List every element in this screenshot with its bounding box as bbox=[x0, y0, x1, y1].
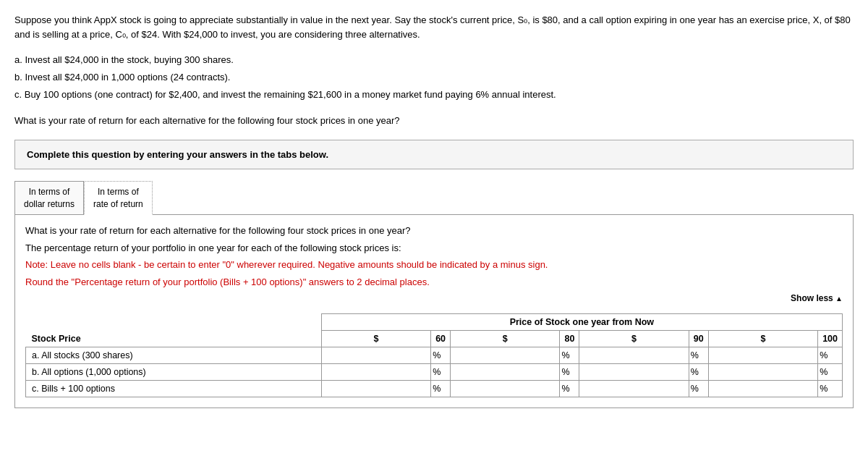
intro-paragraph: Suppose you think AppX stock is going to… bbox=[14, 13, 854, 42]
row-1-pct-60: % bbox=[431, 364, 451, 381]
show-less-text: Show less bbox=[791, 293, 833, 303]
row-1-input-100[interactable] bbox=[708, 364, 817, 381]
content-area: What is your rate of return for each alt… bbox=[14, 215, 854, 408]
alternative-a: a. Invest all $24,000 in the stock, buyi… bbox=[14, 52, 854, 68]
tab2-line1: In terms of bbox=[98, 187, 139, 197]
show-less-link[interactable]: Show less ▲ bbox=[791, 293, 843, 303]
row-0-input-90[interactable] bbox=[579, 347, 689, 364]
complete-box: Complete this question by entering your … bbox=[14, 140, 854, 169]
tab-dollar-returns[interactable]: In terms of dollar returns bbox=[14, 181, 84, 215]
row-0-input-100[interactable] bbox=[708, 347, 817, 364]
row-2-input-80-field[interactable] bbox=[485, 384, 525, 394]
row-0-input-60-field[interactable] bbox=[356, 350, 396, 360]
row-1-label: b. All options (1,000 options) bbox=[26, 364, 322, 381]
row-2-input-100-field[interactable] bbox=[743, 384, 783, 394]
row-0-pct-90: % bbox=[689, 347, 708, 364]
content-round: Round the "Percentage return of your por… bbox=[25, 275, 843, 290]
price-90: 90 bbox=[689, 331, 708, 347]
content-line2: The percentage return of your portfolio … bbox=[25, 241, 843, 256]
show-less-arrow-icon: ▲ bbox=[835, 295, 843, 303]
row-2-label: c. Bills + 100 options bbox=[26, 381, 322, 397]
table-row: b. All options (1,000 options) % % % % bbox=[26, 364, 843, 381]
row-0-input-80-field[interactable] bbox=[485, 350, 525, 360]
table-row: c. Bills + 100 options % % % % bbox=[26, 381, 843, 397]
row-0-pct-60: % bbox=[431, 347, 451, 364]
row-2-pct-60: % bbox=[431, 381, 451, 397]
price-100: 100 bbox=[818, 331, 843, 347]
tab-rate-of-return[interactable]: In terms of rate of return bbox=[84, 181, 153, 216]
show-less-container: Show less ▲ bbox=[25, 293, 843, 303]
row-2-pct-80: % bbox=[560, 381, 579, 397]
currency-100: $ bbox=[708, 331, 817, 347]
row-1-input-90[interactable] bbox=[579, 364, 689, 381]
alternative-c: c. Buy 100 options (one contract) for $2… bbox=[14, 87, 854, 103]
row-2-input-90[interactable] bbox=[579, 381, 689, 397]
row-1-input-100-field[interactable] bbox=[743, 367, 783, 377]
alternatives-section: a. Invest all $24,000 in the stock, buyi… bbox=[14, 52, 854, 103]
row-0-input-60[interactable] bbox=[321, 347, 430, 364]
currency-90: $ bbox=[579, 331, 689, 347]
row-0-pct-80: % bbox=[560, 347, 579, 364]
row-0-pct-100: % bbox=[818, 347, 843, 364]
stock-price-label-header: Stock Price bbox=[26, 331, 322, 347]
row-0-label: a. All stocks (300 shares) bbox=[26, 347, 322, 364]
content-note: Note: Leave no cells blank - be certain … bbox=[25, 258, 843, 272]
table-row: a. All stocks (300 shares) % % % % bbox=[26, 347, 843, 364]
price-header: Price of Stock one year from Now bbox=[321, 314, 842, 331]
row-1-input-80[interactable] bbox=[451, 364, 560, 381]
tab1-line1: In terms of bbox=[29, 187, 70, 197]
tab2-line2: rate of return bbox=[93, 199, 143, 209]
row-1-input-80-field[interactable] bbox=[485, 367, 525, 377]
row-1-pct-90: % bbox=[689, 364, 708, 381]
currency-80: $ bbox=[451, 331, 560, 347]
row-2-pct-100: % bbox=[818, 381, 843, 397]
row-2-input-100[interactable] bbox=[708, 381, 817, 397]
alternative-b: b. Invest all $24,000 in 1,000 options (… bbox=[14, 69, 854, 85]
row-1-pct-80: % bbox=[560, 364, 579, 381]
currency-60: $ bbox=[321, 331, 430, 347]
row-1-input-60-field[interactable] bbox=[356, 367, 396, 377]
price-60: 60 bbox=[431, 331, 451, 347]
main-table: Price of Stock one year from Now Stock P… bbox=[25, 313, 843, 397]
row-0-input-80[interactable] bbox=[451, 347, 560, 364]
row-2-input-90-field[interactable] bbox=[614, 384, 654, 394]
complete-box-text: Complete this question by entering your … bbox=[27, 149, 328, 160]
main-question: What is your rate of return for each alt… bbox=[14, 114, 854, 128]
price-80: 80 bbox=[560, 331, 579, 347]
row-2-input-60[interactable] bbox=[321, 381, 430, 397]
row-0-input-100-field[interactable] bbox=[743, 350, 783, 360]
content-line1: What is your rate of return for each alt… bbox=[25, 224, 843, 238]
row-2-input-80[interactable] bbox=[451, 381, 560, 397]
row-1-input-60[interactable] bbox=[321, 364, 430, 381]
tab1-line2: dollar returns bbox=[24, 199, 75, 209]
row-2-pct-90: % bbox=[689, 381, 708, 397]
row-1-pct-100: % bbox=[818, 364, 843, 381]
row-2-input-60-field[interactable] bbox=[356, 384, 396, 394]
row-0-input-90-field[interactable] bbox=[614, 350, 654, 360]
row-1-input-90-field[interactable] bbox=[614, 367, 654, 377]
tabs-row: In terms of dollar returns In terms of r… bbox=[14, 181, 854, 216]
table-container: Price of Stock one year from Now Stock P… bbox=[25, 313, 843, 397]
